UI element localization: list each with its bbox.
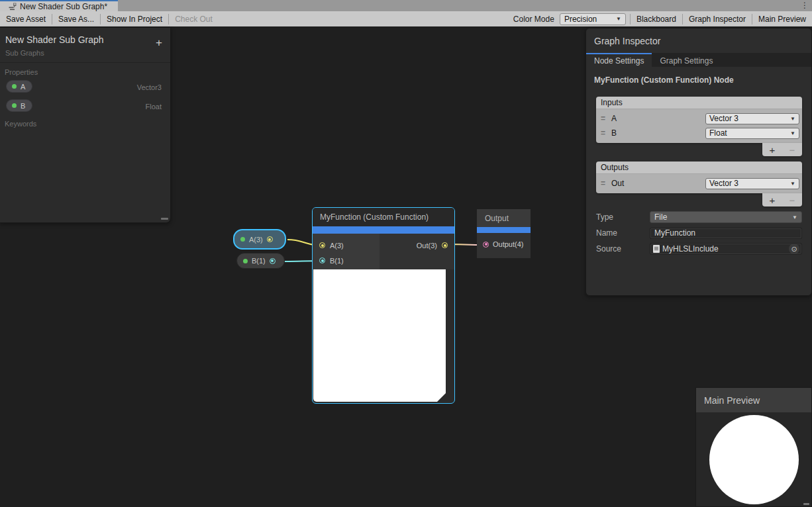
inputs-list: Inputs = A Vector 3 ▼ = B Float ▼ + − xyxy=(596,97,802,143)
drag-handle-icon[interactable]: = xyxy=(601,128,611,138)
main-preview-toggle-button[interactable]: Main Preview xyxy=(752,11,812,26)
show-in-project-button[interactable]: Show In Project xyxy=(101,11,168,26)
name-field-row: Name MyFunction xyxy=(596,227,802,239)
file-icon xyxy=(653,245,660,253)
add-property-button[interactable]: + xyxy=(156,38,162,48)
custom-function-node[interactable]: MyFunction (Custom Function) A(3) B(1) O… xyxy=(312,207,455,404)
type-label: Type xyxy=(596,212,650,222)
node-input-ports: A(3) B(1) xyxy=(313,234,380,269)
inspector-tab-bar: Node Settings Graph Settings xyxy=(586,53,811,67)
tab-graph-settings[interactable]: Graph Settings xyxy=(652,53,721,67)
color-mode-dropdown[interactable]: Precision ▼ xyxy=(560,13,626,25)
save-as-button[interactable]: Save As... xyxy=(52,11,100,26)
type-dropdown[interactable]: File ▼ xyxy=(650,211,802,223)
tab-title: New Shader Sub Graph* xyxy=(20,2,107,11)
inputs-row-b[interactable]: = B Float ▼ xyxy=(596,126,802,140)
inputs-list-footer: + − xyxy=(762,143,802,156)
input-name: B xyxy=(611,128,705,138)
type-field-row: Type File ▼ xyxy=(596,211,802,223)
input-port-icon[interactable] xyxy=(319,257,325,263)
chevron-down-icon: ▼ xyxy=(790,181,795,187)
chevron-down-icon: ▼ xyxy=(790,130,795,136)
output-port-icon[interactable] xyxy=(442,242,448,248)
color-mode-label: Color Mode xyxy=(508,15,560,24)
remove-input-button[interactable]: − xyxy=(789,144,795,156)
main-preview-title[interactable]: Main Preview xyxy=(696,388,811,412)
input-port-row[interactable]: Output(4) xyxy=(477,238,531,250)
blackboard-property-b[interactable]: B xyxy=(6,99,32,112)
add-input-button[interactable]: + xyxy=(770,144,776,156)
property-dot-icon xyxy=(12,84,17,89)
property-name: B xyxy=(21,102,25,110)
blackboard-panel: New Shader Sub Graph + Sub Graphs Proper… xyxy=(0,28,171,223)
save-asset-button[interactable]: Save Asset xyxy=(0,11,52,26)
preview-resize-handle-icon[interactable] xyxy=(437,393,446,402)
property-dot-icon xyxy=(243,259,248,263)
input-port-row[interactable]: B(1) xyxy=(313,253,380,268)
source-label: Source xyxy=(596,244,650,254)
source-field-row: Source MyHLSLInclude ⊙ xyxy=(596,243,802,255)
property-type-label: Vector3 xyxy=(137,83,162,91)
node-accent-bar xyxy=(477,227,531,233)
node-title[interactable]: Output xyxy=(477,209,531,227)
node-title[interactable]: MyFunction (Custom Function) xyxy=(313,208,454,226)
input-port-label: B(1) xyxy=(330,257,344,265)
graph-inspector-panel: Graph Inspector Node Settings Graph Sett… xyxy=(585,28,812,296)
keywords-section-label: Keywords xyxy=(0,115,36,128)
output-port-label: Out(3) xyxy=(417,242,437,250)
output-type-dropdown[interactable]: Vector 3 ▼ xyxy=(705,178,799,189)
property-node-a[interactable]: A(3) xyxy=(233,229,286,250)
input-type-value: Vector 3 xyxy=(709,114,738,123)
main-preview-panel: Main Preview xyxy=(695,387,812,507)
color-mode-value: Precision xyxy=(564,15,597,24)
blackboard-toggle-button[interactable]: Blackboard xyxy=(631,11,682,26)
input-port-label: A(3) xyxy=(330,242,344,250)
outputs-row-out[interactable]: = Out Vector 3 ▼ xyxy=(596,176,802,191)
drag-handle-icon[interactable]: = xyxy=(601,114,611,123)
property-name: A xyxy=(21,83,25,91)
property-dot-icon xyxy=(12,103,17,108)
name-input[interactable]: MyFunction xyxy=(650,228,802,239)
output-name: Out xyxy=(611,179,705,188)
chevron-down-icon: ▼ xyxy=(616,16,621,22)
check-out-button[interactable]: Check Out xyxy=(169,11,219,26)
panel-resize-handle-icon[interactable] xyxy=(161,218,168,220)
drag-handle-icon[interactable]: = xyxy=(601,179,611,188)
node-output-ports: Out(3) xyxy=(380,234,454,269)
outputs-list-footer: + − xyxy=(762,193,802,207)
blackboard-subtitle: Sub Graphs xyxy=(5,49,162,57)
node-preview-image xyxy=(313,269,446,402)
output-port-row[interactable]: Out(3) xyxy=(380,238,454,253)
graph-inspector-title: Graph Inspector xyxy=(586,28,811,53)
output-port-icon[interactable] xyxy=(270,258,276,264)
property-dot-icon xyxy=(240,237,245,242)
property-node-b[interactable]: B(1) xyxy=(236,253,285,269)
inputs-row-a[interactable]: = A Vector 3 ▼ xyxy=(596,111,802,126)
output-type-value: Vector 3 xyxy=(709,179,738,188)
blackboard-property-a[interactable]: A xyxy=(6,80,32,93)
window-tab-strip: New Shader Sub Graph* ⋮ xyxy=(0,0,812,11)
input-type-dropdown[interactable]: Vector 3 ▼ xyxy=(705,113,799,124)
graph-inspector-toggle-button[interactable]: Graph Inspector xyxy=(683,11,752,26)
property-node-label: A(3) xyxy=(249,236,263,244)
tab-node-settings[interactable]: Node Settings xyxy=(586,53,652,67)
input-type-dropdown[interactable]: Float ▼ xyxy=(705,128,799,139)
type-value: File xyxy=(654,212,667,222)
add-output-button[interactable]: + xyxy=(770,195,776,206)
input-port-icon[interactable] xyxy=(319,242,325,248)
output-node[interactable]: Output Output(4) xyxy=(477,209,531,258)
source-object-field[interactable]: MyHLSLInclude ⊙ xyxy=(650,243,802,255)
tab-new-shader-sub-graph[interactable]: New Shader Sub Graph* xyxy=(0,0,118,11)
input-port-icon[interactable] xyxy=(483,242,489,248)
input-type-value: Float xyxy=(709,128,727,138)
shader-graph-icon xyxy=(9,3,17,11)
blackboard-header[interactable]: New Shader Sub Graph + Sub Graphs xyxy=(0,28,170,63)
main-preview-viewport[interactable] xyxy=(696,412,811,507)
window-overflow-menu-icon[interactable]: ⋮ xyxy=(801,1,809,11)
output-port-icon[interactable] xyxy=(267,236,273,242)
object-picker-icon[interactable]: ⊙ xyxy=(789,244,799,254)
remove-output-button[interactable]: − xyxy=(789,195,795,206)
node-settings-heading: MyFunction (Custom Function) Node xyxy=(586,67,811,85)
input-port-row[interactable]: A(3) xyxy=(313,238,380,253)
panel-resize-handle-icon[interactable] xyxy=(803,503,809,505)
